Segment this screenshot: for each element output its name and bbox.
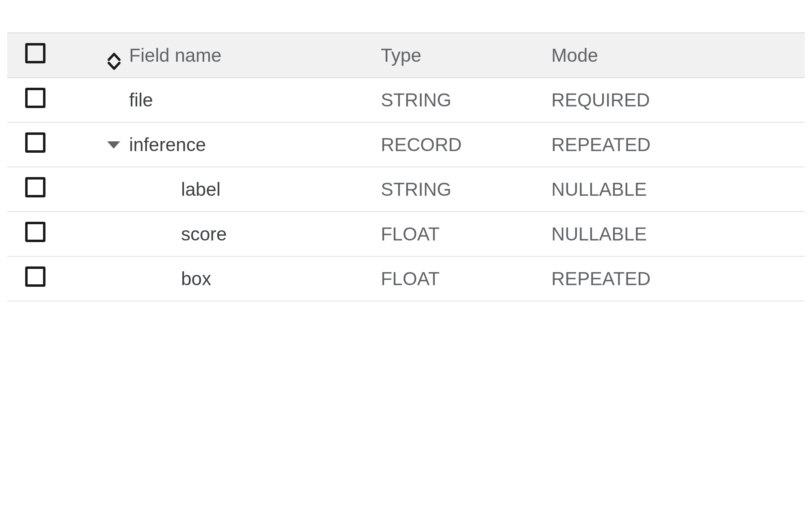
row-checkbox[interactable] [25,222,45,242]
field-mode-cell: REQUIRED [551,78,805,122]
field-mode-cell: REPEATED [551,122,805,167]
row-checkbox[interactable] [25,266,45,287]
column-header-mode[interactable]: Mode [551,33,805,78]
row-checkbox[interactable] [25,88,45,108]
table-row: labelSTRINGNULLABLE [7,167,805,212]
field-type-cell: STRING [381,78,551,122]
expand-toggle-icon[interactable] [80,140,122,149]
field-type-cell: STRING [381,167,551,212]
field-name-cell: box [129,256,381,301]
field-type-cell: FLOAT [381,212,551,256]
row-checkbox[interactable] [25,177,45,197]
table-row: scoreFLOATNULLABLE [7,212,805,256]
svg-marker-0 [107,141,120,149]
table-header-row: Field nameTypeMode [7,33,805,78]
table-row: inferenceRECORDREPEATED [7,122,805,167]
field-name-cell: label [129,167,381,212]
schema-table: Field nameTypeModefileSTRINGREQUIREDinfe… [7,32,805,301]
field-mode-cell: NULLABLE [551,212,805,256]
field-name-cell: score [129,212,381,256]
table-row: fileSTRINGREQUIRED [7,78,805,122]
field-mode-cell: NULLABLE [551,167,805,212]
row-checkbox[interactable] [25,132,45,153]
field-name-cell: inference [129,122,381,167]
column-header-field-name[interactable]: Field name [129,33,381,78]
sort-icon[interactable] [106,52,122,70]
field-type-cell: FLOAT [381,256,551,301]
table-row: boxFLOATREPEATED [7,256,805,301]
field-type-cell: RECORD [381,122,551,167]
select-all-checkbox[interactable] [25,43,45,63]
field-name-cell: file [129,78,381,122]
field-mode-cell: REPEATED [551,256,805,301]
column-header-type[interactable]: Type [381,33,551,78]
